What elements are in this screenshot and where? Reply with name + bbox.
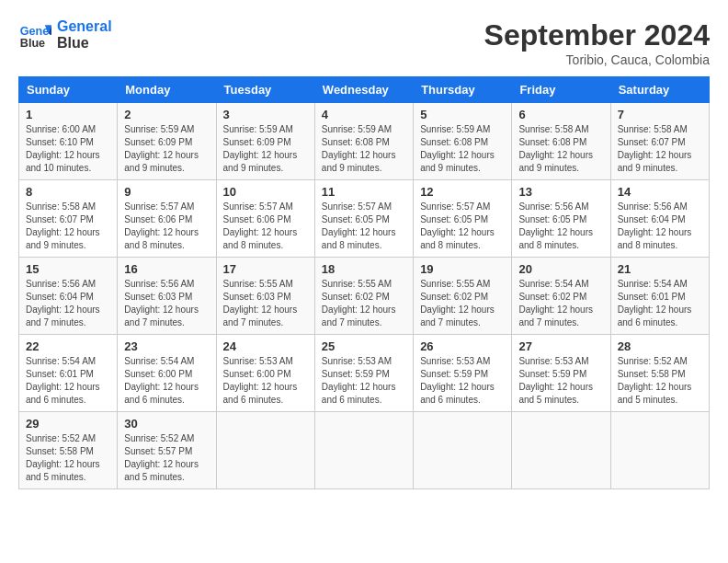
day-number: 22 <box>26 339 110 353</box>
day-info: Sunrise: 5:54 AMSunset: 6:02 PMDaylight:… <box>518 278 603 329</box>
calendar-cell: 11Sunrise: 5:57 AMSunset: 6:05 PMDayligh… <box>314 180 413 258</box>
col-sunday: Sunday <box>19 77 118 103</box>
logo-blue: Blue <box>57 35 112 52</box>
day-info: Sunrise: 5:56 AMSunset: 6:04 PMDaylight:… <box>618 201 702 252</box>
calendar-cell: 13Sunrise: 5:56 AMSunset: 6:05 PMDayligh… <box>512 180 610 258</box>
day-number: 15 <box>26 262 110 276</box>
calendar-table: Sunday Monday Tuesday Wednesday Thursday… <box>18 76 710 489</box>
day-info: Sunrise: 5:54 AMSunset: 6:01 PMDaylight:… <box>26 355 110 407</box>
day-info: Sunrise: 5:57 AMSunset: 6:06 PMDaylight:… <box>124 201 209 252</box>
day-info: Sunrise: 5:58 AMSunset: 6:07 PMDaylight:… <box>618 123 702 175</box>
day-number: 29 <box>26 417 110 431</box>
day-number: 5 <box>420 108 505 121</box>
calendar-cell: 12Sunrise: 5:57 AMSunset: 6:05 PMDayligh… <box>414 180 512 258</box>
calendar-week-2: 8Sunrise: 5:58 AMSunset: 6:07 PMDaylight… <box>19 180 710 258</box>
calendar-cell: 30Sunrise: 5:52 AMSunset: 5:57 PMDayligh… <box>118 412 216 489</box>
day-info: Sunrise: 6:00 AMSunset: 6:10 PMDaylight:… <box>26 123 110 175</box>
day-info: Sunrise: 5:53 AMSunset: 5:59 PMDaylight:… <box>322 355 406 407</box>
col-thursday: Thursday <box>414 77 512 103</box>
calendar-cell <box>512 412 610 489</box>
day-info: Sunrise: 5:52 AMSunset: 5:58 PMDaylight:… <box>618 355 702 407</box>
calendar-cell: 2Sunrise: 5:59 AMSunset: 6:09 PMDaylight… <box>118 103 216 180</box>
day-number: 18 <box>322 262 406 276</box>
calendar-cell: 4Sunrise: 5:59 AMSunset: 6:08 PMDaylight… <box>314 103 413 180</box>
day-number: 21 <box>618 262 702 276</box>
day-info: Sunrise: 5:55 AMSunset: 6:02 PMDaylight:… <box>322 278 406 329</box>
calendar-cell <box>610 412 709 489</box>
calendar-header-row: Sunday Monday Tuesday Wednesday Thursday… <box>19 77 710 103</box>
day-info: Sunrise: 5:56 AMSunset: 6:04 PMDaylight:… <box>26 278 110 329</box>
day-info: Sunrise: 5:59 AMSunset: 6:09 PMDaylight:… <box>223 123 308 175</box>
calendar-cell: 27Sunrise: 5:53 AMSunset: 5:59 PMDayligh… <box>512 335 610 412</box>
day-info: Sunrise: 5:56 AMSunset: 6:03 PMDaylight:… <box>124 278 209 329</box>
day-info: Sunrise: 5:59 AMSunset: 6:08 PMDaylight:… <box>420 123 505 175</box>
calendar-cell: 23Sunrise: 5:54 AMSunset: 6:00 PMDayligh… <box>118 335 216 412</box>
day-info: Sunrise: 5:53 AMSunset: 5:59 PMDaylight:… <box>420 355 505 407</box>
day-number: 16 <box>124 262 209 276</box>
calendar-cell: 20Sunrise: 5:54 AMSunset: 6:02 PMDayligh… <box>512 258 610 335</box>
calendar-cell: 17Sunrise: 5:55 AMSunset: 6:03 PMDayligh… <box>216 258 314 335</box>
day-info: Sunrise: 5:53 AMSunset: 6:00 PMDaylight:… <box>223 355 308 407</box>
day-number: 26 <box>420 339 505 353</box>
day-info: Sunrise: 5:53 AMSunset: 5:59 PMDaylight:… <box>518 355 603 407</box>
calendar-cell: 21Sunrise: 5:54 AMSunset: 6:01 PMDayligh… <box>610 258 709 335</box>
day-info: Sunrise: 5:58 AMSunset: 6:07 PMDaylight:… <box>26 201 110 252</box>
day-info: Sunrise: 5:59 AMSunset: 6:08 PMDaylight:… <box>322 123 406 175</box>
calendar-cell: 29Sunrise: 5:52 AMSunset: 5:58 PMDayligh… <box>19 412 118 489</box>
calendar-cell <box>216 412 314 489</box>
title-block: September 2024 Toribio, Cauca, Colombia <box>484 18 710 67</box>
svg-text:Blue: Blue <box>20 37 45 50</box>
calendar-week-1: 1Sunrise: 6:00 AMSunset: 6:10 PMDaylight… <box>19 103 710 180</box>
day-number: 6 <box>518 108 603 121</box>
day-info: Sunrise: 5:58 AMSunset: 6:08 PMDaylight:… <box>518 123 603 175</box>
day-info: Sunrise: 5:52 AMSunset: 5:57 PMDaylight:… <box>124 432 209 484</box>
day-number: 30 <box>124 417 209 431</box>
day-info: Sunrise: 5:54 AMSunset: 6:00 PMDaylight:… <box>124 355 209 407</box>
calendar-cell: 25Sunrise: 5:53 AMSunset: 5:59 PMDayligh… <box>314 335 413 412</box>
calendar-cell: 18Sunrise: 5:55 AMSunset: 6:02 PMDayligh… <box>314 258 413 335</box>
calendar-week-5: 29Sunrise: 5:52 AMSunset: 5:58 PMDayligh… <box>19 412 710 489</box>
calendar-cell: 8Sunrise: 5:58 AMSunset: 6:07 PMDaylight… <box>19 180 118 258</box>
calendar-cell: 5Sunrise: 5:59 AMSunset: 6:08 PMDaylight… <box>414 103 512 180</box>
calendar-cell: 6Sunrise: 5:58 AMSunset: 6:08 PMDaylight… <box>512 103 610 180</box>
day-info: Sunrise: 5:55 AMSunset: 6:02 PMDaylight:… <box>420 278 505 329</box>
col-wednesday: Wednesday <box>314 77 413 103</box>
calendar-cell: 15Sunrise: 5:56 AMSunset: 6:04 PMDayligh… <box>19 258 118 335</box>
day-number: 13 <box>518 185 603 199</box>
day-number: 3 <box>223 108 308 121</box>
calendar-cell <box>414 412 512 489</box>
day-number: 23 <box>124 339 209 353</box>
calendar-week-4: 22Sunrise: 5:54 AMSunset: 6:01 PMDayligh… <box>19 335 710 412</box>
day-number: 4 <box>322 108 406 121</box>
day-number: 12 <box>420 185 505 199</box>
day-number: 24 <box>223 339 308 353</box>
calendar-cell: 16Sunrise: 5:56 AMSunset: 6:03 PMDayligh… <box>118 258 216 335</box>
day-number: 7 <box>618 108 702 121</box>
col-monday: Monday <box>118 77 216 103</box>
day-number: 9 <box>124 185 209 199</box>
day-number: 19 <box>420 262 505 276</box>
calendar-cell: 26Sunrise: 5:53 AMSunset: 5:59 PMDayligh… <box>414 335 512 412</box>
day-info: Sunrise: 5:56 AMSunset: 6:05 PMDaylight:… <box>518 201 603 252</box>
calendar-cell: 22Sunrise: 5:54 AMSunset: 6:01 PMDayligh… <box>19 335 118 412</box>
page-header: General Blue General Blue September 2024… <box>18 18 710 67</box>
day-info: Sunrise: 5:55 AMSunset: 6:03 PMDaylight:… <box>223 278 308 329</box>
day-info: Sunrise: 5:52 AMSunset: 5:58 PMDaylight:… <box>26 432 110 484</box>
day-number: 25 <box>322 339 406 353</box>
day-number: 17 <box>223 262 308 276</box>
calendar-cell: 3Sunrise: 5:59 AMSunset: 6:09 PMDaylight… <box>216 103 314 180</box>
day-info: Sunrise: 5:57 AMSunset: 6:05 PMDaylight:… <box>322 201 406 252</box>
logo-icon: General Blue <box>18 18 51 52</box>
calendar-cell: 19Sunrise: 5:55 AMSunset: 6:02 PMDayligh… <box>414 258 512 335</box>
calendar-cell: 10Sunrise: 5:57 AMSunset: 6:06 PMDayligh… <box>216 180 314 258</box>
day-number: 28 <box>618 339 702 353</box>
day-number: 2 <box>124 108 209 121</box>
calendar-cell: 28Sunrise: 5:52 AMSunset: 5:58 PMDayligh… <box>610 335 709 412</box>
location-subtitle: Toribio, Cauca, Colombia <box>484 52 710 67</box>
day-number: 27 <box>518 339 603 353</box>
col-tuesday: Tuesday <box>216 77 314 103</box>
calendar-cell: 1Sunrise: 6:00 AMSunset: 6:10 PMDaylight… <box>19 103 118 180</box>
day-number: 20 <box>518 262 603 276</box>
day-number: 1 <box>26 108 110 121</box>
day-number: 8 <box>26 185 110 199</box>
